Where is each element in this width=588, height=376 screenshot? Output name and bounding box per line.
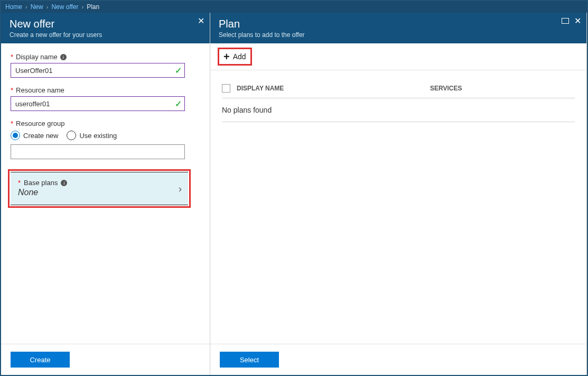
base-plans-selector[interactable]: * Base plans i None ›	[11, 172, 188, 205]
blade-subtitle: Select plans to add to the offer	[219, 31, 578, 39]
blade-header: Plan Select plans to add to the offer ✕	[210, 13, 586, 43]
plus-icon: +	[223, 51, 230, 62]
resource-group-label: * Resource group	[11, 120, 200, 127]
required-indicator: *	[18, 179, 21, 187]
resource-group-input[interactable]	[11, 144, 185, 159]
blade-plan: Plan Select plans to add to the offer ✕ …	[210, 13, 587, 375]
close-icon[interactable]: ✕	[198, 17, 204, 25]
column-display-name[interactable]: DISPLAY NAME	[237, 85, 284, 92]
breadcrumb-new[interactable]: New	[31, 3, 43, 11]
blade-header: New offer Create a new offer for your us…	[1, 13, 210, 43]
breadcrumb-home[interactable]: Home	[5, 3, 22, 11]
required-indicator: *	[11, 120, 13, 127]
info-icon[interactable]: i	[60, 54, 67, 60]
toolbar: + Add	[210, 43, 586, 70]
info-icon[interactable]: i	[61, 180, 67, 186]
base-plans-value: None	[18, 188, 181, 197]
blade-title: New offer	[10, 18, 201, 30]
required-indicator: *	[11, 53, 13, 61]
blade-subtitle: Create a new offer for your users	[10, 31, 201, 39]
empty-message: No plans found	[222, 98, 575, 122]
breadcrumb-plan: Plan	[87, 3, 99, 11]
chevron-right-icon: ›	[82, 4, 84, 10]
radio-create-new[interactable]: Create new	[11, 131, 58, 140]
resource-name-label: * Resource name	[11, 86, 200, 94]
blade-new-offer: New offer Create a new offer for your us…	[1, 13, 210, 375]
checkmark-icon: ✓	[175, 66, 182, 76]
create-button[interactable]: Create	[11, 352, 70, 368]
breadcrumb: Home › New › New offer › Plan	[1, 1, 587, 13]
blade-title: Plan	[219, 18, 578, 30]
chevron-right-icon: ›	[25, 4, 27, 10]
required-indicator: *	[11, 86, 13, 94]
display-name-input[interactable]	[11, 63, 185, 78]
column-services[interactable]: SERVICES	[430, 85, 462, 92]
checkmark-icon: ✓	[175, 99, 182, 109]
chevron-right-icon: ›	[179, 183, 182, 194]
restore-icon[interactable]	[562, 17, 569, 25]
resource-name-input[interactable]	[11, 96, 185, 111]
chevron-right-icon: ›	[46, 4, 49, 10]
table-header: DISPLAY NAME SERVICES	[222, 79, 575, 98]
breadcrumb-new-offer[interactable]: New offer	[51, 3, 78, 11]
display-name-label: * Display name i	[11, 53, 200, 61]
select-button[interactable]: Select	[220, 352, 279, 368]
radio-use-existing[interactable]: Use existing	[67, 131, 117, 140]
select-all-checkbox[interactable]	[222, 84, 230, 93]
close-icon[interactable]: ✕	[574, 17, 581, 25]
add-button[interactable]: + Add	[219, 49, 250, 64]
